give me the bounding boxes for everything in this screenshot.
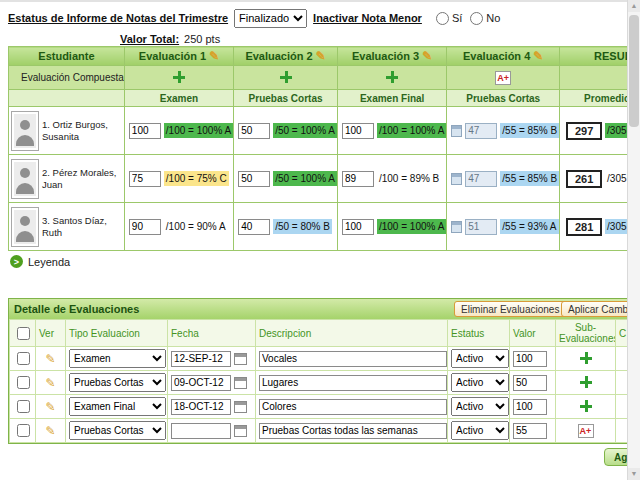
calendar-icon[interactable] bbox=[234, 377, 247, 389]
select-all-checkbox[interactable] bbox=[17, 327, 30, 340]
scroll-up-button[interactable]: ▲ bbox=[628, 0, 640, 12]
delete-evaluations-button[interactable]: Eliminar Evaluaciones bbox=[454, 301, 566, 317]
grade-result-label: /100 = 89% B bbox=[377, 171, 441, 186]
calculated-value-icon bbox=[451, 221, 462, 233]
column-evaluacion-3: Evaluación 3 ✎ bbox=[337, 47, 446, 66]
tipo-evaluacion-select[interactable]: Examen Final bbox=[69, 397, 166, 416]
estatus-select[interactable]: Activo bbox=[451, 421, 509, 440]
column-sub-evaluaciones: Sub-Evaluaciones bbox=[556, 320, 616, 347]
legend-toggle[interactable]: > Leyenda bbox=[10, 255, 70, 268]
column-evaluacion-2: Evaluación 2 ✎ bbox=[234, 47, 338, 66]
grade-input[interactable] bbox=[238, 123, 270, 139]
scrollbar-thumb[interactable] bbox=[629, 15, 639, 127]
grade-input[interactable] bbox=[342, 171, 374, 187]
grade-result-label: /50 = 100% A bbox=[273, 171, 337, 186]
fecha-input[interactable] bbox=[171, 375, 231, 391]
edit-evaluation-1-icon[interactable]: ✎ bbox=[209, 49, 219, 63]
estatus-select[interactable]: Activo bbox=[451, 349, 509, 368]
fecha-input[interactable] bbox=[171, 399, 231, 415]
descripcion-input[interactable] bbox=[259, 399, 447, 415]
radio-no[interactable] bbox=[470, 12, 483, 25]
descripcion-input[interactable] bbox=[259, 351, 447, 367]
row-checkbox[interactable] bbox=[17, 376, 30, 389]
evaluation-row: ✎ Examen Activo bbox=[10, 347, 628, 371]
total-result-label: /305 = 92% bbox=[605, 219, 627, 234]
composite-grade-icon[interactable]: A+ bbox=[495, 71, 511, 85]
radio-yes[interactable] bbox=[436, 12, 449, 25]
tipo-evaluacion-select[interactable]: Examen bbox=[69, 349, 166, 368]
grade-input[interactable] bbox=[129, 123, 161, 139]
composite-evaluation-row: Evaluación Compuesta A+ bbox=[9, 66, 628, 90]
grade-result-label: /50 = 80% B bbox=[273, 219, 332, 234]
valor-input[interactable] bbox=[513, 375, 547, 391]
estatus-select[interactable]: Activo bbox=[451, 373, 509, 392]
valor-input[interactable] bbox=[513, 351, 547, 367]
descripcion-input[interactable] bbox=[259, 423, 447, 439]
student-avatar bbox=[11, 159, 39, 199]
grade-input-locked bbox=[465, 171, 497, 187]
row-checkbox[interactable] bbox=[17, 424, 30, 437]
add-composite-evaluation-3-icon[interactable] bbox=[386, 71, 398, 83]
student-name: 1. Ortiz Burgos, Susanita bbox=[42, 119, 122, 143]
calendar-icon[interactable] bbox=[234, 425, 247, 437]
status-report-select[interactable]: Finalizado bbox=[234, 9, 307, 28]
grade-input[interactable] bbox=[129, 171, 161, 187]
detail-header-bar: Detalle de Evaluaciones Eliminar Evaluac… bbox=[9, 299, 627, 319]
add-composite-evaluation-1-icon[interactable] bbox=[173, 71, 185, 83]
edit-evaluation-3-icon[interactable]: ✎ bbox=[422, 49, 432, 63]
apply-changes-button[interactable]: Aplicar Camb bbox=[561, 301, 627, 317]
row-checkbox[interactable] bbox=[17, 352, 30, 365]
edit-icon[interactable]: ✎ bbox=[45, 376, 55, 390]
calendar-icon[interactable] bbox=[234, 401, 247, 413]
grade-input[interactable] bbox=[129, 219, 161, 235]
column-c-truncated: C bbox=[616, 320, 628, 347]
edit-evaluation-2-icon[interactable]: ✎ bbox=[316, 49, 326, 63]
column-tipo-evaluacion: Tipo Evaluacion bbox=[66, 320, 168, 347]
status-report-label: Estatus de Informe de Notas del Trimestr… bbox=[8, 12, 228, 24]
calendar-icon[interactable] bbox=[234, 353, 247, 365]
inactivate-lowest-grade-label: Inactivar Nota Menor bbox=[313, 12, 422, 24]
vertical-scrollbar[interactable]: ▲ ▼ bbox=[627, 0, 640, 480]
total-value-label: Valor Total: bbox=[120, 33, 179, 45]
grade-result-label: /100 = 100% A bbox=[377, 123, 446, 138]
legend-label: Leyenda bbox=[28, 256, 70, 268]
add-sub-evaluation-icon[interactable] bbox=[580, 376, 592, 388]
evaluation-row: ✎ Examen Final Activo bbox=[10, 395, 628, 419]
evaluation-row: ✎ Pruebas Cortas Activo A+ bbox=[10, 419, 628, 443]
grade-input[interactable] bbox=[238, 171, 270, 187]
radio-no-label: No bbox=[486, 12, 500, 24]
tipo-evaluacion-select[interactable]: Pruebas Cortas bbox=[69, 373, 166, 392]
estatus-select[interactable]: Activo bbox=[451, 397, 509, 416]
evaluations-header-row: Ver Tipo Evaluacion Fecha Descripcion Es… bbox=[10, 320, 628, 347]
grade-input[interactable] bbox=[238, 219, 270, 235]
grade-input[interactable] bbox=[342, 219, 374, 235]
edit-evaluation-4-icon[interactable]: ✎ bbox=[533, 49, 543, 63]
add-evaluation-button[interactable]: Ag bbox=[604, 448, 627, 466]
column-estudiante: Estudiante bbox=[9, 47, 125, 66]
edit-icon[interactable]: ✎ bbox=[45, 424, 55, 438]
valor-input[interactable] bbox=[513, 423, 547, 439]
grade-input-locked bbox=[465, 219, 497, 235]
scroll-down-button[interactable]: ▼ bbox=[628, 468, 640, 480]
subheader-pruebas-cortas: Pruebas Cortas bbox=[234, 90, 338, 107]
grade-result-label: /100 = 75% C bbox=[164, 171, 229, 186]
add-sub-evaluation-icon[interactable] bbox=[580, 352, 592, 364]
edit-icon[interactable]: ✎ bbox=[45, 400, 55, 414]
subheader-examen-final: Examen Final bbox=[337, 90, 446, 107]
sub-evaluation-grade-icon[interactable]: A+ bbox=[578, 424, 594, 438]
row-checkbox[interactable] bbox=[17, 400, 30, 413]
grade-input[interactable] bbox=[342, 123, 374, 139]
expand-icon[interactable]: > bbox=[10, 255, 23, 268]
tipo-evaluacion-select[interactable]: Pruebas Cortas bbox=[69, 421, 166, 440]
fecha-input[interactable] bbox=[171, 423, 231, 439]
gradebook-header-row: Estudiante Evaluación 1 ✎ Evaluación 2 ✎… bbox=[9, 47, 628, 66]
calculated-value-icon bbox=[451, 125, 462, 137]
valor-input[interactable] bbox=[513, 399, 547, 415]
total-result-label: /305 = 97% bbox=[605, 123, 627, 138]
add-sub-evaluation-icon[interactable] bbox=[580, 400, 592, 412]
edit-icon[interactable]: ✎ bbox=[45, 352, 55, 366]
inactivate-radio-group: Sí No bbox=[430, 12, 500, 25]
descripcion-input[interactable] bbox=[259, 375, 447, 391]
fecha-input[interactable] bbox=[171, 351, 231, 367]
add-composite-evaluation-2-icon[interactable] bbox=[280, 71, 292, 83]
